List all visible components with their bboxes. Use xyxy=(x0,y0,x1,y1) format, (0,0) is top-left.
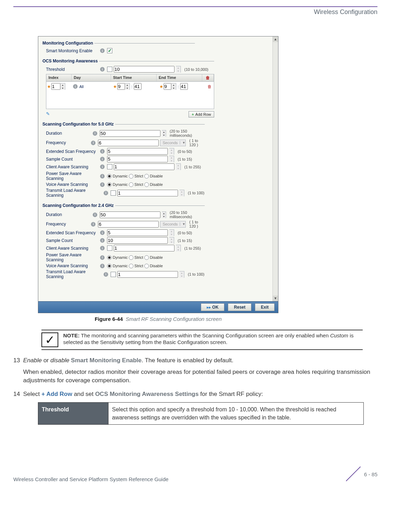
info-icon[interactable]: i xyxy=(100,255,105,260)
col-start[interactable]: Start Time xyxy=(111,74,157,81)
def-term: Threshold xyxy=(38,402,108,424)
day-value[interactable]: All xyxy=(79,85,84,89)
ok-button[interactable]: ▸▸OK xyxy=(201,303,224,311)
info-icon[interactable]: i xyxy=(100,48,105,53)
start-hour-input[interactable] xyxy=(117,83,125,90)
client-label: Client Aware Scanning xyxy=(46,164,99,169)
index-spinner[interactable]: ▲▼ xyxy=(60,83,65,90)
voice-dynamic-radio[interactable] xyxy=(107,182,112,187)
delete-row-icon[interactable]: 🗑 xyxy=(206,84,213,89)
scroll-down-icon[interactable]: ▼ xyxy=(273,296,278,301)
client-hint: (1 to 255) xyxy=(184,165,201,169)
samp-input[interactable] xyxy=(107,237,168,244)
spinner[interactable]: ▲▼ xyxy=(169,237,174,244)
spinner[interactable]: ▲▼ xyxy=(179,271,184,278)
voice-strict-radio[interactable] xyxy=(129,264,133,268)
info-icon[interactable]: i xyxy=(100,230,105,235)
col-end[interactable]: End Time xyxy=(157,74,202,81)
threshold-spinner[interactable]: ▲▼ xyxy=(176,66,181,73)
tx-checkbox[interactable] xyxy=(111,272,116,277)
ps-strict-radio[interactable] xyxy=(129,255,133,260)
spinner[interactable]: ▲▼ xyxy=(176,245,181,251)
add-row-button[interactable]: +Add Row xyxy=(189,111,214,117)
col-index[interactable]: Index xyxy=(46,74,72,81)
spinner[interactable]: ▲▼ xyxy=(176,163,181,170)
end-hour-input[interactable] xyxy=(164,83,171,90)
voice-label: Voice Aware Scanning xyxy=(46,263,99,268)
info-icon[interactable]: i xyxy=(104,272,108,277)
spinner[interactable]: ▲▼ xyxy=(162,211,166,218)
tx-checkbox[interactable] xyxy=(111,190,116,196)
info-icon[interactable]: i xyxy=(91,141,96,145)
info-icon[interactable]: i xyxy=(100,264,105,268)
scrollbar[interactable]: ▲ ▼ xyxy=(272,36,278,301)
info-icon[interactable]: i xyxy=(100,238,105,243)
client-checkbox[interactable] xyxy=(107,245,112,251)
spinner[interactable]: ▲▼ xyxy=(169,156,174,162)
info-icon[interactable]: i xyxy=(100,157,105,161)
info-icon[interactable]: i xyxy=(73,84,78,89)
freq-input[interactable] xyxy=(98,221,159,228)
freq-unit-select[interactable]: Seconds▼ xyxy=(160,140,186,146)
required-icon: ★ xyxy=(159,84,163,89)
start-min-input[interactable] xyxy=(134,83,141,90)
info-icon[interactable]: i xyxy=(100,182,105,187)
spinner[interactable]: ▲▼ xyxy=(125,83,130,90)
duration-input[interactable] xyxy=(100,211,160,218)
client-checkbox[interactable] xyxy=(107,164,112,169)
threshold-input[interactable] xyxy=(114,66,175,73)
voice-disable-radio[interactable] xyxy=(144,264,149,268)
samp-input[interactable] xyxy=(107,156,168,162)
info-icon[interactable]: i xyxy=(93,131,97,136)
index-input[interactable] xyxy=(51,83,60,90)
ext-input[interactable] xyxy=(107,229,168,236)
definition-table: Threshold Select this option and specify… xyxy=(38,402,364,425)
monitoring-fieldset: Monitoring Configuration Smart Monitorin… xyxy=(42,41,195,55)
spinner[interactable]: ▲▼ xyxy=(169,148,174,155)
voice-dynamic-radio[interactable] xyxy=(107,264,112,268)
smart-monitoring-checkbox[interactable] xyxy=(107,48,112,53)
trash-header-icon[interactable]: 🗑 xyxy=(204,75,211,80)
reset-button[interactable]: Reset xyxy=(228,303,251,311)
spinner[interactable]: ▲▼ xyxy=(171,83,176,90)
ps-strict-radio[interactable] xyxy=(129,174,133,179)
info-icon[interactable]: i xyxy=(93,213,97,217)
duration-input[interactable] xyxy=(100,130,160,137)
voice-disable-radio[interactable] xyxy=(144,182,149,187)
ps-dynamic-radio[interactable] xyxy=(107,255,112,260)
exit-button[interactable]: Exit xyxy=(255,303,275,311)
ps-disable-radio[interactable] xyxy=(144,255,149,260)
client-hint: (1 to 255) xyxy=(184,246,201,250)
info-icon[interactable]: i xyxy=(91,222,96,227)
required-icon: ★ xyxy=(113,84,117,89)
voice-strict-radio[interactable] xyxy=(129,182,133,187)
freq-input[interactable] xyxy=(98,140,159,146)
info-icon[interactable]: i xyxy=(100,149,105,154)
info-icon[interactable]: i xyxy=(100,67,105,72)
scroll-up-icon[interactable]: ▲ xyxy=(273,36,278,42)
ps-disable-radio[interactable] xyxy=(144,174,149,179)
note-emph: Custom xyxy=(330,332,348,338)
scan5-legend: Scanning Configuration for 5.0 GHz xyxy=(42,122,115,127)
end-min-input[interactable] xyxy=(180,83,188,90)
freq-hint: ( 1 to 120 ) xyxy=(189,220,205,228)
ext-input[interactable] xyxy=(107,148,168,155)
spinner[interactable]: ▲▼ xyxy=(162,130,166,137)
info-icon[interactable]: i xyxy=(104,191,108,195)
info-icon[interactable]: i xyxy=(100,164,105,169)
info-icon[interactable]: i xyxy=(100,246,105,250)
tx-input[interactable] xyxy=(117,190,178,196)
spinner[interactable]: ▲▼ xyxy=(179,190,184,196)
threshold-checkbox[interactable] xyxy=(107,67,112,72)
ps-dynamic-radio[interactable] xyxy=(107,174,112,179)
client-input[interactable] xyxy=(114,245,175,251)
freq-label: Frequency xyxy=(46,222,90,227)
col-day[interactable]: Day xyxy=(72,74,111,81)
config-screenshot: ▲ ▼ Monitoring Configuration Smart Monit… xyxy=(38,36,278,313)
client-input[interactable] xyxy=(114,163,175,170)
spinner[interactable]: ▲▼ xyxy=(169,229,174,236)
tx-input[interactable] xyxy=(117,271,178,278)
edit-icon[interactable]: ✎ xyxy=(46,111,50,116)
freq-unit-select[interactable]: Seconds▼ xyxy=(160,221,186,228)
info-icon[interactable]: i xyxy=(100,174,105,179)
